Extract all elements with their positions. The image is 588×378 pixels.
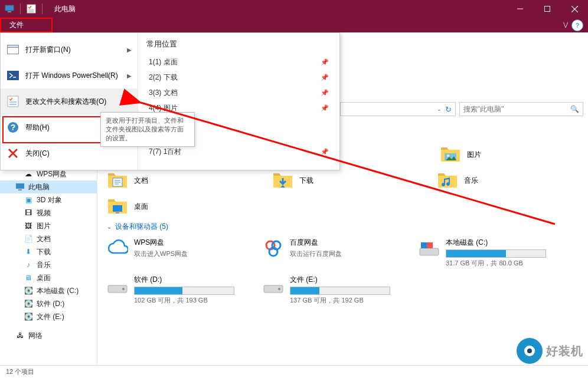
address-bar-area: ⌄ ↻ 🔍: [340, 101, 583, 117]
svg-rect-28: [116, 212, 119, 213]
svg-rect-27: [113, 205, 122, 212]
svg-point-22: [447, 155, 449, 157]
pin-icon[interactable]: 📌: [321, 104, 329, 112]
statusbar: 12 个项目: [0, 365, 588, 378]
folder-downloads[interactable]: 下载: [272, 170, 414, 191]
file-tab[interactable]: 文件: [1, 18, 32, 32]
svg-rect-33: [421, 242, 427, 248]
sidebar-item-pictures[interactable]: 🖼图片: [0, 219, 97, 232]
network-icon: 🖧: [15, 331, 25, 340]
pin-icon[interactable]: 📌: [321, 148, 329, 156]
checklist-icon[interactable]: [27, 4, 36, 14]
menu-label: 更改文件夹和搜索选项(O): [25, 97, 106, 107]
search-box[interactable]: 🔍: [459, 102, 583, 116]
window-title: 此电脑: [54, 4, 76, 14]
folder-pictures[interactable]: 图片: [440, 144, 579, 165]
sidebar-item-cdrive[interactable]: 💽本地磁盘 (C:): [0, 284, 97, 297]
sidebar-item-downloads[interactable]: ⬇下载: [0, 245, 97, 258]
refresh-icon[interactable]: ↻: [445, 105, 452, 114]
pc-icon: [15, 182, 25, 192]
devices-section-header[interactable]: ⌄ 设备和驱动器 (5): [107, 222, 579, 232]
drive-baidu[interactable]: 百度网盘双击运行百度网盘: [263, 238, 404, 268]
pc-icon: [5, 4, 14, 14]
svg-rect-0: [5, 5, 14, 11]
pin-icon[interactable]: 📌: [321, 89, 329, 97]
usage-bar: [290, 287, 390, 295]
window-icon: [6, 43, 19, 56]
menu-powershell[interactable]: 打开 Windows PowerShell(R) ▶: [1, 63, 138, 88]
sidebar-item-network[interactable]: 🖧网络: [0, 329, 97, 342]
minimize-button[interactable]: [507, 0, 534, 18]
svg-rect-34: [427, 242, 433, 248]
folder-icon: [272, 170, 293, 191]
drive-d[interactable]: 软件 (D:)102 GB 可用，共 193 GB: [107, 275, 249, 305]
watermark-logo-icon: [517, 338, 543, 364]
doc-icon: 📄: [24, 234, 33, 244]
drive-icon: [263, 275, 284, 296]
folder-icon: [107, 196, 128, 217]
maximize-button[interactable]: [534, 0, 561, 18]
recent-panel: 常用位置 1(1) 桌面📌 2(2) 下载📌 3(3) 文档📌 4(4) 图片📌…: [138, 33, 339, 170]
item-count: 12 个项目: [6, 367, 34, 376]
menu-folder-options[interactable]: 更改文件夹和搜索选项(O): [1, 88, 138, 114]
download-icon: ⬇: [24, 247, 33, 257]
submenu-arrow-icon: ▶: [127, 47, 132, 53]
svg-rect-12: [8, 96, 18, 107]
usage-bar: [134, 287, 234, 295]
pin-icon[interactable]: 📌: [321, 74, 329, 81]
svg-rect-19: [16, 183, 24, 189]
cloud-icon: ☁: [24, 169, 33, 179]
help-circle-icon: ?: [6, 121, 19, 134]
drive-icon: 💽: [24, 299, 33, 308]
sidebar-item-documents[interactable]: 📄文档: [0, 232, 97, 245]
sidebar-item-video[interactable]: 🎞视频: [0, 206, 97, 219]
chevron-down-icon[interactable]: ⌄: [437, 106, 442, 112]
svg-text:?: ?: [11, 123, 16, 132]
svg-point-36: [122, 288, 125, 290]
menu-label: 关闭(C): [25, 149, 50, 159]
recent-item[interactable]: 3(3) 文档📌: [146, 85, 331, 100]
folder-documents[interactable]: 文档: [107, 170, 249, 191]
drive-c[interactable]: 本地磁盘 (C:)31.7 GB 可用，共 80.0 GB: [419, 238, 560, 268]
folder-icon: [107, 170, 128, 191]
sidebar-item-edrive[interactable]: 💽文件 (E:): [0, 310, 97, 323]
folder-icon: [437, 170, 458, 191]
svg-rect-1: [8, 11, 11, 12]
cloud-icon: [107, 238, 128, 259]
menu-label: 帮助(H): [25, 123, 50, 133]
folder-desktop[interactable]: 桌面: [107, 196, 249, 217]
drive-wps[interactable]: WPS网盘双击进入WPS网盘: [107, 238, 249, 268]
watermark: 好装机: [517, 338, 583, 364]
ribbon-bar: 文件 ⋁ ?: [0, 18, 588, 32]
usage-bar: [446, 249, 546, 258]
sidebar-item-ddrive[interactable]: 💽软件 (D:): [0, 297, 97, 310]
address-bar[interactable]: ⌄ ↻: [340, 102, 456, 116]
sidebar-item-3d[interactable]: ▣3D 对象: [0, 193, 97, 206]
sidebar-item-desktop[interactable]: 🖥桌面: [0, 271, 97, 284]
search-input[interactable]: [463, 105, 570, 113]
recent-item[interactable]: 2(2) 下载📌: [146, 70, 331, 85]
options-icon: [6, 95, 19, 108]
submenu-arrow-icon: ▶: [127, 73, 132, 79]
pin-icon[interactable]: 📌: [321, 58, 329, 66]
menu-open-new-window[interactable]: 打开新窗口(N) ▶: [1, 37, 138, 63]
close-button[interactable]: [561, 0, 588, 18]
sidebar-item-music[interactable]: ♪音乐: [0, 258, 97, 271]
drive-icon: 💽: [24, 286, 33, 295]
svg-point-38: [278, 288, 280, 290]
help-icon[interactable]: ?: [571, 19, 583, 31]
recent-title: 常用位置: [146, 39, 331, 50]
drive-e[interactable]: 文件 (E:)137 GB 可用，共 192 GB: [263, 275, 404, 305]
folder-music[interactable]: 音乐: [437, 170, 579, 191]
collapse-ribbon-icon[interactable]: ⋁: [563, 21, 568, 28]
sidebar-item-this-pc[interactable]: 此电脑: [0, 180, 97, 193]
tooltip: 更改用于打开项目、文件和文件夹视图以及搜索等方面的设置。: [100, 112, 195, 147]
recent-item[interactable]: 1(1) 桌面📌: [146, 54, 331, 70]
menu-label: 打开新窗口(N): [25, 45, 71, 55]
search-icon[interactable]: 🔍: [570, 105, 579, 113]
svg-rect-20: [18, 189, 22, 190]
titlebar: 此电脑: [0, 0, 588, 18]
close-x-icon: [6, 147, 19, 160]
desktop-icon: 🖥: [24, 273, 33, 282]
powershell-icon: [6, 69, 19, 82]
